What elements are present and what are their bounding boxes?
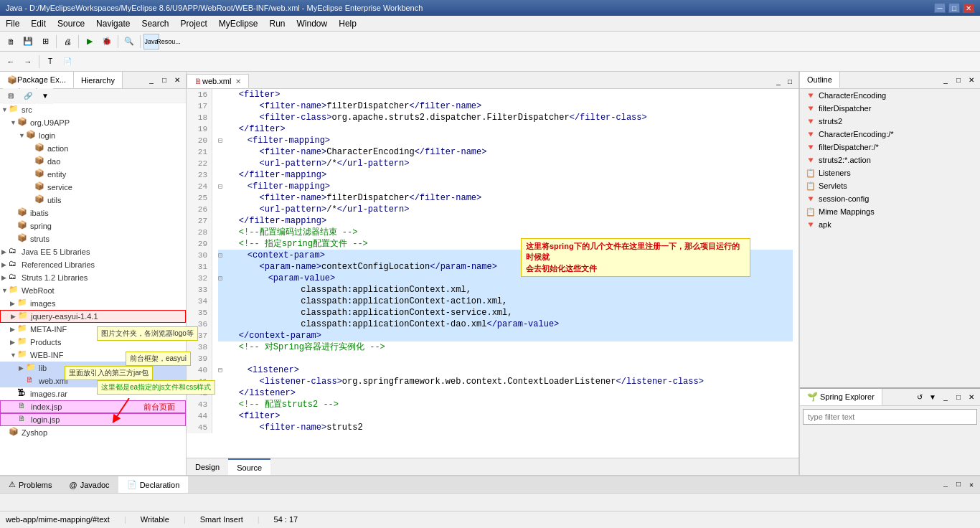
maximize-button[interactable]: □: [948, 3, 960, 13]
maximize-outline-button[interactable]: □: [953, 75, 964, 86]
tree-item-dao[interactable]: 📦 dao: [0, 155, 186, 168]
tab-web-xml-label: web.xml: [202, 77, 231, 85]
close-bottom-button[interactable]: ✕: [966, 479, 977, 491]
menu-search[interactable]: Search: [136, 17, 174, 30]
tree-item-ref-libs[interactable]: ▶ 🗂 Referenced Libraries: [0, 258, 186, 271]
minimize-editor-button[interactable]: _: [773, 75, 784, 87]
outline-item-fdstar[interactable]: 🔻 filterDispatcher:/*: [800, 141, 980, 154]
tree-item-src[interactable]: ▼ 📁 src: [0, 103, 186, 116]
tree-item-spring[interactable]: 📦 spring: [0, 220, 186, 232]
tree-item-struts-lib[interactable]: ▶ 🗂 Struts 1.2 Libraries: [0, 271, 186, 284]
tree-item-webinf[interactable]: ▼ 📁 WEB-INF: [0, 349, 186, 362]
outline-item-servlets[interactable]: 📋 Servlets: [800, 179, 980, 192]
tree-item-products[interactable]: ▶ 📁 Products: [0, 336, 186, 349]
tree-item-easyui[interactable]: ▶ 📁 jquery-easyui-1.4.1: [0, 310, 186, 323]
save-button[interactable]: 💾: [20, 34, 36, 50]
maximize-editor-button[interactable]: □: [784, 75, 796, 87]
menu-myeclipse[interactable]: MyEclipse: [213, 17, 264, 30]
tree-item-entity[interactable]: 📦 entity: [0, 168, 186, 181]
minimize-button[interactable]: ─: [934, 3, 946, 13]
maximize-panel-button[interactable]: □: [159, 75, 170, 86]
close-outline-button[interactable]: ✕: [966, 75, 977, 86]
close-panel-button[interactable]: ✕: [171, 75, 183, 86]
tree-item-struts[interactable]: 📦 struts: [0, 232, 186, 245]
code-lines[interactable]: <filter> <filter-name>filterDispatcher</…: [212, 89, 798, 433]
outline-item-session[interactable]: 🔻 session-config: [800, 192, 980, 205]
menu-navigate[interactable]: Navigate: [90, 17, 136, 30]
run-button[interactable]: ▶: [82, 34, 98, 50]
tree-item-action[interactable]: 📦 action: [0, 142, 186, 155]
menu-window[interactable]: Window: [291, 17, 334, 30]
minimize-bottom-button[interactable]: _: [940, 479, 951, 491]
outline-item-cestar[interactable]: 🔻 CharacterEncoding:/*: [800, 128, 980, 141]
tab-problems[interactable]: ⚠ Problems: [0, 476, 60, 493]
tree-item-login[interactable]: ▼ 📦 login: [0, 129, 186, 142]
tree-item-org-u9app[interactable]: ▼ 📦 org.U9APP: [0, 116, 186, 129]
file-tree[interactable]: ▼ 📁 src ▼ 📦 org.U9APP ▼ 📦 login 📦 action: [0, 103, 186, 475]
tree-item-images-rar[interactable]: 🗜 images.rar: [0, 387, 186, 400]
tree-item-web-xml[interactable]: 🗎 web.xml: [0, 374, 186, 387]
minimize-spring-button[interactable]: _: [940, 392, 951, 403]
tree-item-service[interactable]: 📦 service: [0, 181, 186, 194]
save-all-button[interactable]: ⊞: [37, 34, 53, 50]
close-button[interactable]: ✕: [963, 3, 974, 13]
outline-item-mime[interactable]: 📋 Mime Mappings: [800, 205, 980, 218]
tab-hierarchy[interactable]: Hierarchy: [74, 72, 123, 88]
line-num-23: 23: [191, 169, 207, 181]
tree-item-images[interactable]: ▶ 📁 images: [0, 297, 186, 310]
menu-file[interactable]: File: [0, 17, 25, 30]
maximize-bottom-button[interactable]: □: [953, 479, 964, 491]
outline-item-apk[interactable]: 🔻 apk: [800, 218, 980, 231]
link-with-editor-button[interactable]: 🔗: [20, 88, 36, 104]
open-resource-button[interactable]: 📄: [60, 54, 75, 70]
maximize-spring-button[interactable]: □: [953, 392, 964, 403]
code-editor[interactable]: 16 17 18 19 20 21 22 23 24 25 26 27 28 2…: [187, 89, 798, 458]
tree-item-webroot[interactable]: ▼ 📁 WebRoot: [0, 284, 186, 297]
print-button[interactable]: 🖨: [60, 34, 75, 50]
menu-edit[interactable]: Edit: [25, 17, 52, 30]
tab-package-explorer[interactable]: 📦 Package Ex...: [0, 72, 74, 88]
tree-item-javaee[interactable]: ▶ 🗂 Java EE 5 Libraries: [0, 245, 186, 258]
menu-source[interactable]: Source: [52, 17, 90, 30]
search-button[interactable]: 🔍: [121, 34, 137, 50]
back-button[interactable]: ←: [3, 54, 19, 70]
collapse-all-button[interactable]: ⊟: [3, 88, 19, 104]
outline-item-ce[interactable]: 🔻 CharacterEncoding: [800, 89, 980, 102]
outline-item-struts2[interactable]: 🔻 struts2: [800, 115, 980, 128]
tree-item-login-jsp[interactable]: 🗎 login.jsp: [0, 413, 186, 426]
tab-outline[interactable]: Outline: [800, 72, 840, 88]
outline-item-fd[interactable]: 🔻 filterDispatcher: [800, 102, 980, 115]
close-spring-button[interactable]: ✕: [966, 392, 977, 403]
tab-javadoc[interactable]: @ Javadoc: [60, 476, 118, 493]
new-button[interactable]: 🗎: [3, 34, 19, 50]
outline-mime-icon: 📋: [806, 207, 817, 217]
perspective-resource[interactable]: Resou...: [161, 34, 176, 50]
forward-button[interactable]: →: [20, 54, 36, 70]
tree-item-utils[interactable]: 📦 utils: [0, 194, 186, 207]
outline-item-listeners[interactable]: 📋 Listeners: [800, 166, 980, 179]
tree-item-ibatis[interactable]: 📦 ibatis: [0, 207, 186, 220]
tab-declaration[interactable]: 📄 Declaration: [118, 476, 189, 493]
menu-project[interactable]: Project: [174, 17, 212, 30]
tree-item-lib[interactable]: ▶ 📁 lib: [0, 362, 186, 374]
tab-source[interactable]: Source: [228, 458, 270, 475]
minimize-outline-button[interactable]: _: [940, 75, 951, 86]
spring-search-input[interactable]: [803, 409, 977, 425]
spring-menu-button[interactable]: ▼: [927, 392, 938, 403]
menu-help[interactable]: Help: [333, 17, 362, 30]
outline-item-struts2star[interactable]: 🔻 struts2:*.action: [800, 154, 980, 166]
open-type-button[interactable]: T: [42, 54, 58, 70]
outline-tree[interactable]: 🔻 CharacterEncoding 🔻 filterDispatcher 🔻…: [800, 89, 980, 387]
refresh-spring-button[interactable]: ↺: [914, 392, 925, 403]
tree-item-index-jsp[interactable]: 🗎 index.jsp: [0, 400, 186, 413]
tab-web-xml[interactable]: 🗎 web.xml ✕: [187, 74, 249, 88]
debug-button[interactable]: 🐞: [99, 34, 115, 50]
minimize-panel-button[interactable]: _: [146, 75, 157, 86]
tab-close-button[interactable]: ✕: [235, 77, 241, 85]
tab-design[interactable]: Design: [187, 458, 228, 475]
tab-spring-explorer[interactable]: 🌱 Spring Explorer: [800, 389, 882, 405]
menu-run[interactable]: Run: [264, 17, 291, 30]
tree-item-meta-inf[interactable]: ▶ 📁 META-INF: [0, 323, 186, 336]
tree-menu-button[interactable]: ▼: [37, 88, 53, 104]
tree-item-zyshop[interactable]: 📦 Zyshop: [0, 426, 186, 439]
